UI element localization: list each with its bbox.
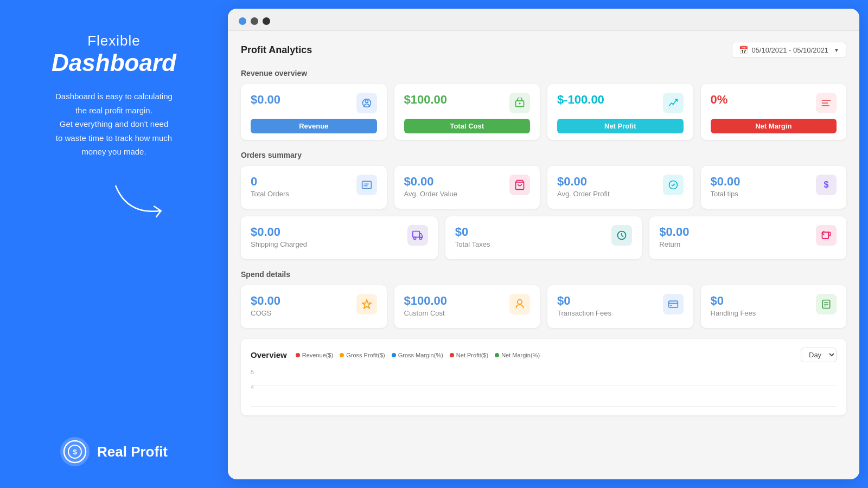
revenue-icon	[356, 93, 377, 113]
cogs-value: $0.00	[251, 294, 280, 308]
page-title: Profit Analytics	[241, 44, 312, 56]
overview-title: Overview	[251, 350, 287, 359]
handling-fees-value: $0	[711, 294, 756, 308]
cogs-label: COGS	[251, 309, 280, 317]
date-range-text: 05/10/2021 - 05/10/2021	[751, 46, 828, 54]
handling-fees-label: Handling Fees	[711, 309, 756, 317]
chart-area: 5 4	[251, 369, 837, 407]
svg-point-7	[519, 102, 520, 104]
revenue-value: $0.00	[251, 93, 280, 107]
overview-header: Overview Revenue($) Gross Profit($) G	[251, 348, 837, 362]
avg-order-value: $0.00	[404, 175, 458, 189]
net-profit-badge: Net Profit	[557, 119, 684, 133]
total-orders-card: 0 Total Orders	[241, 166, 387, 209]
arrow-wrapper	[52, 181, 176, 221]
logo-icon: $	[60, 437, 90, 466]
day-select[interactable]: Day	[801, 348, 837, 362]
svg-point-18	[419, 237, 422, 239]
orders-row1: 0 Total Orders $0.00 Avg. Order Value	[241, 166, 846, 209]
legend-dot-revenue	[296, 353, 300, 357]
cogs-card: $0.00 COGS	[241, 285, 387, 328]
total-cost-value: $100.00	[404, 93, 448, 107]
net-margin-icon	[816, 93, 837, 113]
total-tips-label: Total tips	[711, 190, 741, 198]
legend-label-gross-margin: Gross Margin(%)	[398, 352, 443, 358]
custom-cost-card: $100.00 Custom Cost	[394, 285, 540, 328]
left-content: Flexible Dashboard Dashboard is easy to …	[52, 33, 176, 221]
transaction-fees-value: $0	[557, 294, 611, 308]
custom-cost-icon	[509, 294, 530, 314]
svg-rect-20	[822, 232, 828, 239]
net-margin-value: 0%	[711, 93, 728, 107]
legend-gross-margin: Gross Margin(%)	[392, 352, 443, 358]
avg-order-value-label: Avg. Order Value	[404, 190, 458, 198]
svg-point-5	[365, 100, 368, 102]
revenue-badge: Revenue	[251, 119, 377, 133]
app-window: Profit Analytics 📅 05/10/2021 - 05/10/20…	[228, 9, 859, 479]
net-margin-badge: Net Margin	[711, 119, 837, 133]
legend-dot-net-margin	[495, 353, 499, 357]
legend-dot-net-profit	[450, 353, 454, 357]
cogs-icon	[356, 294, 377, 314]
total-orders-icon	[356, 175, 377, 195]
svg-point-12	[363, 184, 365, 185]
net-profit-icon	[663, 93, 684, 113]
overview-section: Overview Revenue($) Gross Profit($) G	[241, 339, 846, 415]
avg-order-profit-label: Avg. Order Profit	[557, 190, 610, 198]
return-icon	[816, 225, 837, 246]
total-tips-value: $0.00	[711, 175, 741, 189]
transaction-fees-card: $0 Transaction Fees	[547, 285, 693, 328]
transaction-fees-icon	[663, 294, 684, 314]
chevron-down-icon: ▼	[834, 47, 839, 53]
svg-rect-16	[412, 232, 419, 237]
total-orders-value: 0	[251, 175, 289, 189]
total-cost-card: $100.00 Total Cost	[394, 84, 540, 140]
total-taxes-icon	[611, 225, 632, 246]
total-cost-icon	[509, 93, 530, 113]
total-taxes-label: Total Taxes	[455, 240, 490, 248]
main-content: Profit Analytics 📅 05/10/2021 - 05/10/20…	[228, 31, 859, 426]
svg-rect-11	[362, 181, 371, 188]
net-margin-card: 0% Net Margin	[701, 84, 847, 140]
legend-label-revenue: Revenue($)	[302, 352, 333, 358]
window-chrome	[228, 9, 859, 31]
net-profit-value: $-100.00	[557, 93, 604, 107]
logo-text: Real Profit	[97, 444, 168, 460]
total-taxes-card: $0 Total Taxes	[445, 216, 642, 259]
chart-y-label-5: 5	[251, 369, 254, 375]
description-text: Dashboard is easy to calculating the rea…	[52, 89, 176, 159]
transaction-fees-label: Transaction Fees	[557, 309, 611, 317]
total-tips-card: $0.00 Total tips $	[701, 166, 847, 209]
avg-order-profit-card: $0.00 Avg. Order Profit	[547, 166, 693, 209]
svg-rect-21	[668, 301, 678, 307]
logo-area: $ Real Profit	[60, 437, 168, 466]
svg-point-13	[363, 185, 365, 187]
date-picker[interactable]: 📅 05/10/2021 - 05/10/2021 ▼	[732, 42, 846, 58]
svg-text:$: $	[73, 448, 77, 456]
dashboard-label: Dashboard	[52, 49, 176, 76]
legend-dot-gross-profit	[340, 353, 344, 357]
net-profit-card: $-100.00 Net Profit	[547, 84, 693, 140]
return-value: $0.00	[659, 225, 689, 239]
total-orders-label: Total Orders	[251, 190, 289, 198]
legend-gross-profit: Gross Profit($)	[340, 352, 385, 358]
spend-details-title: Spend details	[241, 270, 846, 279]
left-panel: Flexible Dashboard Dashboard is easy to …	[0, 0, 228, 488]
svg-point-17	[413, 237, 416, 239]
revenue-card: $0.00 Revenue	[241, 84, 387, 140]
avg-order-value-card: $0.00 Avg. Order Value	[394, 166, 540, 209]
custom-cost-label: Custom Cost	[404, 309, 448, 317]
return-card: $0.00 Return	[649, 216, 846, 259]
legend-label-net-margin: Net Margin(%)	[501, 352, 540, 358]
avg-order-profit-icon	[663, 175, 684, 195]
avg-order-value-icon	[509, 175, 530, 195]
legend-label-gross-profit: Gross Profit($)	[346, 352, 385, 358]
total-taxes-value: $0	[455, 225, 490, 239]
shipping-charged-value: $0.00	[251, 225, 307, 239]
overview-legend: Revenue($) Gross Profit($) Gross Margin(…	[296, 352, 540, 358]
window-dot-blue	[239, 17, 246, 25]
legend-dot-gross-margin	[392, 353, 396, 357]
avg-order-profit-value: $0.00	[557, 175, 610, 189]
shipping-charged-label: Shipping Charged	[251, 240, 307, 248]
custom-cost-value: $100.00	[404, 294, 448, 308]
